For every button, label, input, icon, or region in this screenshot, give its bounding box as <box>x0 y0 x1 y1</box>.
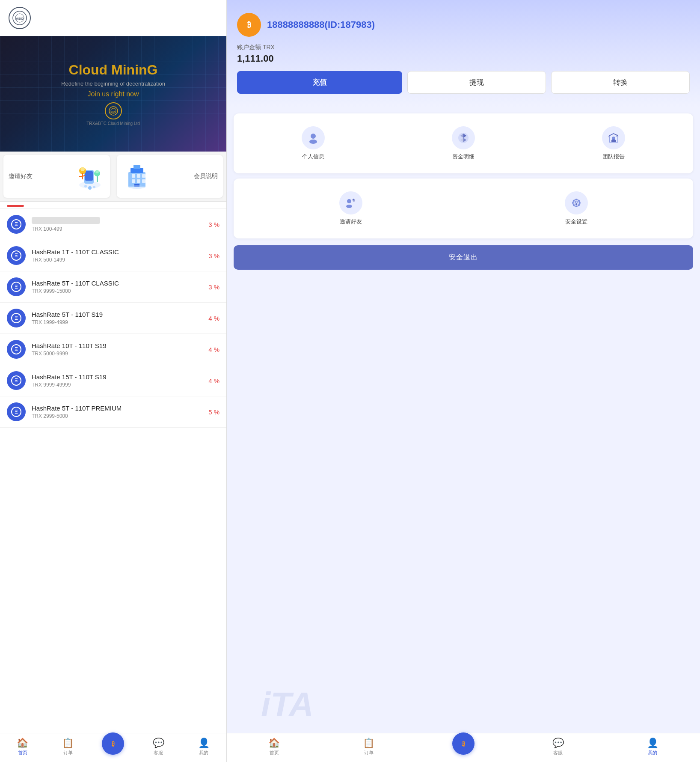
svg-point-10 <box>80 167 85 171</box>
svg-point-17 <box>88 186 92 190</box>
product-range-5: TRX 9999-49999 <box>32 382 208 388</box>
product-rate-1: 3 % <box>208 252 219 259</box>
svg-text:ABO: ABO <box>16 17 24 21</box>
promo-invite[interactable]: 邀请好友 <box>3 155 110 198</box>
balance-label: 账户金额 TRX <box>237 44 690 51</box>
convert-button[interactable]: 转换 <box>551 71 690 94</box>
ita-text: iTA <box>261 685 314 724</box>
svg-point-56 <box>579 202 581 204</box>
product-item-3[interactable]: Ξ HashRate 5T - 110T S19 TRX 1999-4999 4… <box>0 303 226 334</box>
promo-row: 邀请好友 <box>0 152 226 202</box>
product-rate-5: 4 % <box>208 377 219 384</box>
product-name-4: HashRate 10T - 110T S19 <box>32 342 208 349</box>
svg-point-36 <box>309 140 317 144</box>
svg-rect-28 <box>142 179 145 183</box>
product-icon-5: Ξ <box>7 371 26 390</box>
svg-rect-26 <box>132 179 135 183</box>
balance-amount: 1,111.00 <box>237 53 690 64</box>
service-icon-left: 💬 <box>153 738 164 749</box>
product-rate-4: 4 % <box>208 346 219 353</box>
product-name-1: HashRate 1T - 110T CLASSIC <box>32 248 208 256</box>
nav-mine-right[interactable]: 👤 我的 <box>605 736 700 758</box>
right-panel: ₿ 18888888888(ID:187983) 账户金额 TRX 1,111.… <box>227 0 700 762</box>
product-info-0: TRX 100-499 <box>32 217 208 232</box>
nav-service-right[interactable]: 💬 客服 <box>511 736 605 758</box>
product-info-3: HashRate 5T - 110T S19 TRX 1999-4999 <box>32 311 208 325</box>
center-btn-left[interactable]: ₿ <box>102 732 124 755</box>
nav-home-left[interactable]: 🏠 首页 <box>0 736 45 758</box>
left-header: ABO <box>0 0 226 36</box>
svg-point-50 <box>573 200 575 202</box>
home-icon-right: 🏠 <box>268 738 280 749</box>
product-name-5: HashRate 15T - 110T S19 <box>32 373 208 381</box>
product-range-1: TRX 500-1499 <box>32 257 208 263</box>
product-icon-2: Ξ <box>7 277 26 296</box>
promo-member-label: 会员说明 <box>194 173 218 180</box>
nav-mine-left[interactable]: 👤 我的 <box>181 736 226 758</box>
nav-orders-right[interactable]: 📋 订单 <box>321 736 416 758</box>
promo-invite-label: 邀请好友 <box>9 173 33 180</box>
svg-point-52 <box>578 204 580 206</box>
user-header: ₿ 18888888888(ID:187983) 账户金额 TRX 1,111.… <box>227 0 700 107</box>
nav-service-left[interactable]: 💬 客服 <box>136 736 181 758</box>
user-top-row: ₿ 18888888888(ID:187983) <box>237 13 690 37</box>
product-name-2: HashRate 5T - 110T CLASSIC <box>32 280 208 287</box>
product-icon-4: Ξ <box>7 340 26 359</box>
banner-subtitle: Redefine the beginning of decentralizati… <box>61 80 165 87</box>
promo-member[interactable]: 会员说明 <box>117 155 223 198</box>
menu-profile-label: 个人信息 <box>302 153 324 161</box>
svg-point-18 <box>84 185 87 188</box>
nav-home-label-right: 首页 <box>270 750 279 756</box>
product-item-0[interactable]: Ξ TRX 100-499 3 % <box>0 209 226 240</box>
product-item-1[interactable]: Ξ HashRate 1T - 110T CLASSIC TRX 500-149… <box>0 240 226 271</box>
nav-home-label-left: 首页 <box>18 750 27 756</box>
product-item-6[interactable]: Ξ HashRate 5T - 110T PREMIUM TRX 2999-50… <box>0 396 226 428</box>
menu-invite-label: 邀请好友 <box>340 218 362 226</box>
product-item-2[interactable]: Ξ HashRate 5T - 110T CLASSIC TRX 9999-15… <box>0 271 226 303</box>
nav-center-left[interactable]: ₿ <box>91 736 136 758</box>
svg-point-41 <box>346 205 352 208</box>
left-panel: ABO Cloud MininG Redefine the beginning … <box>0 0 227 762</box>
profile-icon <box>302 126 325 149</box>
svg-line-44 <box>353 199 354 200</box>
nav-home-right[interactable]: 🏠 首页 <box>227 736 321 758</box>
menu-security-label: 安全设置 <box>565 218 587 226</box>
nav-orders-label-left: 订单 <box>63 750 73 756</box>
product-icon-0: Ξ <box>7 215 26 234</box>
nav-center-right[interactable]: ₿ <box>416 736 510 758</box>
bitcoin-icon: ₿ <box>237 13 261 37</box>
product-rate-3: 4 % <box>208 315 219 322</box>
product-info-1: HashRate 1T - 110T CLASSIC TRX 500-1499 <box>32 248 208 263</box>
team-icon <box>602 126 625 149</box>
menu-invite[interactable]: 邀请好友 <box>238 187 463 230</box>
product-name-6: HashRate 5T - 110T PREMIUM <box>32 405 208 412</box>
banner-join: Join us right now <box>87 90 139 98</box>
recharge-button[interactable]: 充值 <box>237 71 402 94</box>
menu-profile[interactable]: 个人信息 <box>238 122 388 165</box>
nav-service-label-left: 客服 <box>154 750 163 756</box>
orders-icon-right: 📋 <box>363 738 374 749</box>
product-item-4[interactable]: Ξ HashRate 10T - 110T S19 TRX 5000-9999 … <box>0 334 226 365</box>
menu-funds-label: 资金明细 <box>452 153 475 161</box>
svg-text:₿: ₿ <box>462 740 465 747</box>
nav-orders-label-right: 订单 <box>364 750 374 756</box>
center-btn-right[interactable]: ₿ <box>452 732 475 755</box>
product-range-2: TRX 9999-15000 <box>32 288 208 294</box>
menu-funds[interactable]: 资金明细 <box>388 122 538 165</box>
withdraw-button[interactable]: 提现 <box>407 71 546 94</box>
logout-button[interactable]: 安全退出 <box>234 245 693 270</box>
menu-security[interactable]: 安全设置 <box>463 187 689 230</box>
banner-company: TRX&BTC Cloud Mining Ltd <box>86 121 140 126</box>
menu-team[interactable]: 团队报告 <box>539 122 689 165</box>
ita-area: iTA <box>227 682 700 733</box>
svg-point-40 <box>347 199 351 203</box>
svg-rect-8 <box>85 171 93 181</box>
product-info-4: HashRate 10T - 110T S19 TRX 5000-9999 <box>32 342 208 357</box>
svg-point-51 <box>573 204 575 206</box>
product-range-3: TRX 1999-4999 <box>32 319 208 325</box>
nav-orders-left[interactable]: 📋 订单 <box>45 736 91 758</box>
svg-point-15 <box>95 170 99 173</box>
svg-point-57 <box>575 203 577 205</box>
product-item-5[interactable]: Ξ HashRate 15T - 110T S19 TRX 9999-49999… <box>0 365 226 396</box>
action-row: 充值 提现 转换 <box>237 71 690 94</box>
